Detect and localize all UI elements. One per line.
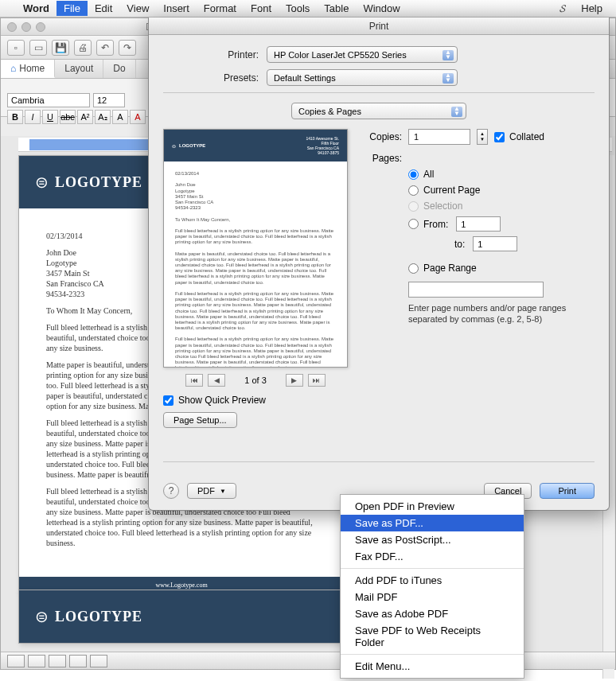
view-notebook-icon[interactable] <box>69 655 87 667</box>
new-icon[interactable]: ▫ <box>7 40 25 56</box>
presets-label: Presets: <box>163 72 267 84</box>
logo-icon: ⊜ <box>35 607 49 626</box>
quick-preview-checkbox[interactable]: Show Quick Preview <box>163 395 348 406</box>
tab-document[interactable]: Do <box>103 60 135 78</box>
quick-preview-input[interactable] <box>163 395 173 406</box>
pdf-menu-button[interactable]: PDF▼ <box>187 483 236 499</box>
underline-button[interactable]: U <box>42 110 58 124</box>
open-icon[interactable]: ▭ <box>29 40 47 56</box>
menu-format[interactable]: Format <box>197 1 244 16</box>
menu-save-as-postscript[interactable]: Save as PostScript... <box>341 531 524 548</box>
font-color-button[interactable]: A <box>130 110 146 124</box>
home-icon: ⌂ <box>10 63 16 74</box>
print-dialog: Print Printer: HP Color LaserJet CP5520 … <box>148 18 610 511</box>
printer-label: Printer: <box>163 49 267 60</box>
menu-app[interactable]: Word <box>16 1 57 16</box>
menu-window[interactable]: Window <box>356 1 407 16</box>
page-range-hint: Enter page numbers and/or page ranges se… <box>408 302 595 325</box>
help-button[interactable]: ? <box>163 483 179 499</box>
radio-all[interactable]: All <box>408 169 595 180</box>
menubar: Word File Edit View Insert Format Font T… <box>0 0 616 18</box>
radio-current[interactable]: Current Page <box>408 185 595 196</box>
menu-edit-menu[interactable]: Edit Menu... <box>341 658 524 675</box>
pager-last-icon[interactable]: ⏭ <box>308 374 326 387</box>
undo-icon[interactable]: ↶ <box>96 40 114 56</box>
to-field[interactable] <box>473 236 517 251</box>
logo-text: LOGOTYPE <box>55 609 142 625</box>
to-street: 3457 Main St <box>46 269 89 278</box>
view-publishing-icon[interactable] <box>49 655 66 667</box>
highlight-button[interactable]: A <box>112 110 128 124</box>
logo-text: LOGOTYPE <box>55 174 142 191</box>
tab-layout[interactable]: Layout <box>55 60 103 78</box>
pager-first-icon[interactable]: ⏮ <box>185 374 203 387</box>
menu-font[interactable]: Font <box>244 1 279 16</box>
menu-save-adobe-pdf[interactable]: Save as Adobe PDF <box>341 605 524 622</box>
letterhead-header-2: ⊜ LOGOTYPE <box>19 590 344 643</box>
save-icon[interactable]: 💾 <box>52 40 69 56</box>
menu-open-pdf-preview[interactable]: Open PDF in Preview <box>341 498 524 515</box>
menu-save-as-pdf[interactable]: Save as PDF... <box>341 515 524 531</box>
page-setup-button[interactable]: Page Setup... <box>163 412 237 428</box>
copies-label: Copies: <box>362 131 402 142</box>
preview-pager: ⏮ ◀ 1 of 3 ▶ ⏭ <box>163 374 348 387</box>
view-outline-icon[interactable] <box>28 655 45 667</box>
page-2: ⊜ LOGOTYPE <box>18 590 345 644</box>
to-name: John Doe <box>46 248 76 257</box>
collated-checkbox[interactable]: Collated <box>494 131 544 142</box>
bold-button[interactable]: B <box>7 110 23 124</box>
to-label: to: <box>454 239 465 250</box>
strikethrough-button[interactable]: abc <box>60 110 76 124</box>
collated-input[interactable] <box>494 132 505 142</box>
superscript-button[interactable]: A² <box>77 110 93 124</box>
script-icon[interactable]: 𝓢 <box>559 2 566 15</box>
tab-home[interactable]: ⌂Home <box>1 60 55 78</box>
pager-prev-icon[interactable]: ◀ <box>208 374 225 387</box>
dialog-title: Print <box>149 18 609 35</box>
subscript-button[interactable]: A₂ <box>95 110 111 124</box>
chevron-down-icon: ▼ <box>220 488 226 495</box>
menu-view[interactable]: View <box>119 1 156 16</box>
menu-edit[interactable]: Edit <box>88 1 119 16</box>
presets-select[interactable]: Default Settings▲▼ <box>267 69 458 86</box>
minimize-icon[interactable] <box>21 22 31 32</box>
pager-next-icon[interactable]: ▶ <box>286 374 303 387</box>
from-field[interactable] <box>456 216 501 232</box>
menu-help[interactable]: Help <box>574 1 610 16</box>
copies-field[interactable] <box>408 129 470 145</box>
view-focus-icon[interactable] <box>90 655 107 667</box>
copies-stepper[interactable]: ▲▼ <box>477 129 488 145</box>
to-zip: 94534-2323 <box>46 290 84 298</box>
font-name-select[interactable]: Cambria <box>7 93 90 107</box>
menu-add-pdf-itunes[interactable]: Add PDF to iTunes <box>341 572 524 589</box>
menu-save-web-receipts[interactable]: Save PDF to Web Receipts Folder <box>341 622 524 651</box>
italic-button[interactable]: I <box>25 110 41 124</box>
to-city: San Francisco CA <box>46 279 104 288</box>
radio-from[interactable]: From: <box>408 216 595 232</box>
print-preview: ⊜LOGOTYPE1410 Awesome St.Fifth FloorSan … <box>163 129 348 368</box>
pager-label: 1 of 3 <box>244 376 267 385</box>
view-print-layout-icon[interactable] <box>7 655 25 667</box>
font-size-select[interactable]: 12 <box>93 93 125 107</box>
menu-fax-pdf[interactable]: Fax PDF... <box>341 548 524 565</box>
section-select[interactable]: Copies & Pages▲▼ <box>291 103 466 119</box>
to-company: Logotype <box>46 259 76 267</box>
printer-select[interactable]: HP Color LaserJet CP5520 Series▲▼ <box>267 46 458 63</box>
menu-table[interactable]: Table <box>317 1 356 16</box>
radio-page-range[interactable]: Page Range <box>408 263 595 274</box>
radio-selection: Selection <box>408 200 595 212</box>
close-icon[interactable] <box>7 22 17 32</box>
menu-file[interactable]: File <box>57 1 88 16</box>
menu-insert[interactable]: Insert <box>156 1 197 16</box>
logo-icon: ⊜ <box>35 173 49 192</box>
print-button[interactable]: Print <box>540 483 595 499</box>
print-icon[interactable]: 🖨 <box>74 40 92 56</box>
menu-mail-pdf[interactable]: Mail PDF <box>341 589 524 605</box>
page-range-field[interactable] <box>408 282 544 298</box>
zoom-icon[interactable] <box>36 22 45 32</box>
pages-label: Pages: <box>362 153 402 164</box>
menu-tools[interactable]: Tools <box>279 1 317 16</box>
pdf-dropdown-menu: Open PDF in Preview Save as PDF... Save … <box>340 494 524 679</box>
redo-icon[interactable]: ↷ <box>119 40 136 56</box>
